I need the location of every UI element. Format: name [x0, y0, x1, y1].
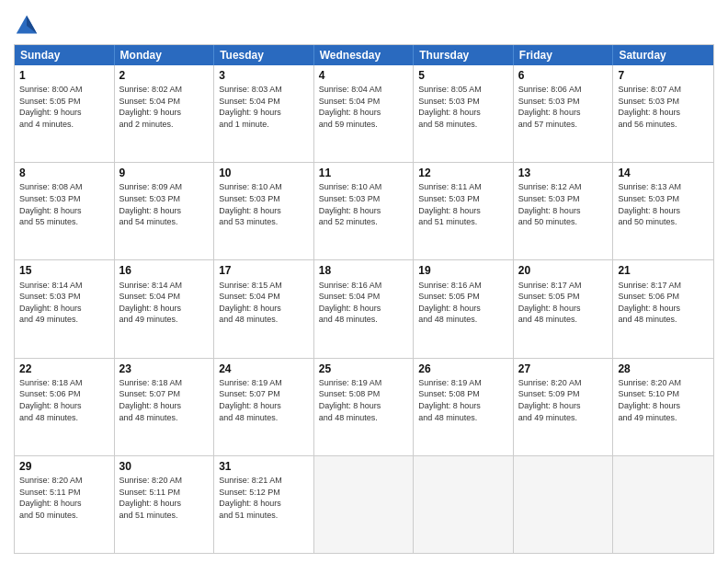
day-details: Sunrise: 8:04 AMSunset: 5:04 PMDaylight:… [319, 84, 409, 130]
day-details: Sunrise: 8:16 AMSunset: 5:05 PMDaylight:… [418, 280, 508, 326]
day-details: Sunrise: 8:20 AMSunset: 5:11 PMDaylight:… [119, 475, 210, 521]
calendar-cell: 5Sunrise: 8:05 AMSunset: 5:03 PMDaylight… [414, 65, 514, 162]
calendar-cell: 31Sunrise: 8:21 AMSunset: 5:12 PMDayligh… [214, 456, 314, 553]
day-number: 19 [418, 263, 508, 278]
calendar-cell: 2Sunrise: 8:02 AMSunset: 5:04 PMDaylight… [115, 65, 215, 162]
day-details: Sunrise: 8:08 AMSunset: 5:03 PMDaylight:… [19, 181, 109, 227]
header-day-thursday: Thursday [414, 45, 514, 65]
day-number: 30 [119, 459, 210, 474]
calendar-cell: 3Sunrise: 8:03 AMSunset: 5:04 PMDaylight… [214, 65, 314, 162]
logo-icon [14, 13, 40, 39]
day-number: 6 [518, 68, 609, 83]
calendar-cell: 23Sunrise: 8:18 AMSunset: 5:07 PMDayligh… [115, 359, 215, 455]
day-number: 10 [219, 166, 309, 180]
day-number: 21 [618, 263, 709, 278]
day-details: Sunrise: 8:05 AMSunset: 5:03 PMDaylight:… [418, 84, 508, 130]
calendar-cell: 8Sunrise: 8:08 AMSunset: 5:03 PMDaylight… [15, 163, 115, 259]
day-number: 28 [618, 362, 709, 376]
day-number: 13 [518, 166, 609, 180]
header-day-sunday: Sunday [15, 45, 115, 65]
header-day-saturday: Saturday [613, 45, 713, 65]
calendar-row-1: 1Sunrise: 8:00 AMSunset: 5:05 PMDaylight… [15, 65, 713, 162]
calendar-cell: 29Sunrise: 8:20 AMSunset: 5:11 PMDayligh… [15, 456, 115, 553]
page: SundayMondayTuesdayWednesdayThursdayFrid… [0, 0, 728, 563]
calendar-cell: 28Sunrise: 8:20 AMSunset: 5:10 PMDayligh… [613, 359, 713, 455]
day-details: Sunrise: 8:13 AMSunset: 5:03 PMDaylight:… [618, 181, 709, 227]
calendar-cell: 24Sunrise: 8:19 AMSunset: 5:07 PMDayligh… [214, 359, 314, 455]
calendar-row-4: 22Sunrise: 8:18 AMSunset: 5:06 PMDayligh… [15, 358, 713, 455]
calendar-row-5: 29Sunrise: 8:20 AMSunset: 5:11 PMDayligh… [15, 455, 713, 553]
day-number: 23 [119, 362, 210, 376]
day-details: Sunrise: 8:17 AMSunset: 5:06 PMDaylight:… [618, 280, 709, 326]
day-number: 12 [418, 166, 508, 180]
day-details: Sunrise: 8:10 AMSunset: 5:03 PMDaylight:… [319, 181, 409, 227]
calendar-cell: 20Sunrise: 8:17 AMSunset: 5:05 PMDayligh… [514, 260, 614, 357]
day-number: 1 [19, 68, 109, 83]
day-details: Sunrise: 8:17 AMSunset: 5:05 PMDaylight:… [518, 280, 609, 326]
day-number: 2 [119, 68, 210, 83]
calendar-cell: 16Sunrise: 8:14 AMSunset: 5:04 PMDayligh… [115, 260, 215, 357]
day-details: Sunrise: 8:16 AMSunset: 5:04 PMDaylight:… [319, 280, 409, 326]
day-number: 31 [219, 459, 309, 474]
day-details: Sunrise: 8:19 AMSunset: 5:08 PMDaylight:… [418, 377, 508, 423]
calendar-cell [314, 456, 415, 553]
day-number: 27 [518, 362, 609, 376]
calendar-cell: 7Sunrise: 8:07 AMSunset: 5:03 PMDaylight… [613, 65, 713, 162]
calendar-cell: 14Sunrise: 8:13 AMSunset: 5:03 PMDayligh… [613, 163, 713, 259]
calendar-cell: 27Sunrise: 8:20 AMSunset: 5:09 PMDayligh… [514, 359, 614, 455]
header-day-wednesday: Wednesday [314, 45, 415, 65]
day-number: 25 [319, 362, 409, 376]
header-day-monday: Monday [115, 45, 215, 65]
day-number: 4 [319, 68, 409, 83]
day-details: Sunrise: 8:15 AMSunset: 5:04 PMDaylight:… [219, 280, 309, 326]
day-details: Sunrise: 8:20 AMSunset: 5:11 PMDaylight:… [19, 475, 109, 521]
day-details: Sunrise: 8:09 AMSunset: 5:03 PMDaylight:… [119, 181, 210, 227]
day-number: 16 [119, 263, 210, 278]
calendar-cell: 18Sunrise: 8:16 AMSunset: 5:04 PMDayligh… [314, 260, 415, 357]
day-details: Sunrise: 8:00 AMSunset: 5:05 PMDaylight:… [19, 84, 109, 130]
calendar-cell: 15Sunrise: 8:14 AMSunset: 5:03 PMDayligh… [15, 260, 115, 357]
calendar-cell: 25Sunrise: 8:19 AMSunset: 5:08 PMDayligh… [314, 359, 415, 455]
day-number: 17 [219, 263, 309, 278]
calendar-row-2: 8Sunrise: 8:08 AMSunset: 5:03 PMDaylight… [15, 162, 713, 259]
day-number: 20 [518, 263, 609, 278]
calendar: SundayMondayTuesdayWednesdayThursdayFrid… [14, 44, 714, 554]
day-number: 7 [618, 68, 709, 83]
day-details: Sunrise: 8:19 AMSunset: 5:08 PMDaylight:… [319, 377, 409, 423]
calendar-cell: 30Sunrise: 8:20 AMSunset: 5:11 PMDayligh… [115, 456, 215, 553]
calendar-cell: 9Sunrise: 8:09 AMSunset: 5:03 PMDaylight… [115, 163, 215, 259]
calendar-cell: 11Sunrise: 8:10 AMSunset: 5:03 PMDayligh… [314, 163, 415, 259]
day-number: 24 [219, 362, 309, 376]
day-details: Sunrise: 8:21 AMSunset: 5:12 PMDaylight:… [219, 475, 309, 521]
calendar-cell: 21Sunrise: 8:17 AMSunset: 5:06 PMDayligh… [613, 260, 713, 357]
day-details: Sunrise: 8:19 AMSunset: 5:07 PMDaylight:… [219, 377, 309, 423]
day-number: 3 [219, 68, 309, 83]
calendar-cell: 22Sunrise: 8:18 AMSunset: 5:06 PMDayligh… [15, 359, 115, 455]
day-details: Sunrise: 8:20 AMSunset: 5:09 PMDaylight:… [518, 377, 609, 423]
calendar-cell [514, 456, 614, 553]
day-number: 8 [19, 166, 109, 180]
day-number: 11 [319, 166, 409, 180]
calendar-row-3: 15Sunrise: 8:14 AMSunset: 5:03 PMDayligh… [15, 259, 713, 357]
calendar-cell: 26Sunrise: 8:19 AMSunset: 5:08 PMDayligh… [414, 359, 514, 455]
calendar-cell [613, 456, 713, 553]
calendar-cell: 1Sunrise: 8:00 AMSunset: 5:05 PMDaylight… [15, 65, 115, 162]
day-number: 15 [19, 263, 109, 278]
calendar-cell: 13Sunrise: 8:12 AMSunset: 5:03 PMDayligh… [514, 163, 614, 259]
day-number: 14 [618, 166, 709, 180]
day-number: 9 [119, 166, 210, 180]
calendar-cell: 6Sunrise: 8:06 AMSunset: 5:03 PMDaylight… [514, 65, 614, 162]
day-number: 26 [418, 362, 508, 376]
calendar-body: 1Sunrise: 8:00 AMSunset: 5:05 PMDaylight… [15, 65, 713, 553]
calendar-cell: 4Sunrise: 8:04 AMSunset: 5:04 PMDaylight… [314, 65, 415, 162]
calendar-header: SundayMondayTuesdayWednesdayThursdayFrid… [15, 45, 713, 65]
header-day-friday: Friday [514, 45, 614, 65]
day-details: Sunrise: 8:11 AMSunset: 5:03 PMDaylight:… [418, 181, 508, 227]
day-details: Sunrise: 8:20 AMSunset: 5:10 PMDaylight:… [618, 377, 709, 423]
day-details: Sunrise: 8:02 AMSunset: 5:04 PMDaylight:… [119, 84, 210, 130]
calendar-cell [414, 456, 514, 553]
day-details: Sunrise: 8:12 AMSunset: 5:03 PMDaylight:… [518, 181, 609, 227]
day-details: Sunrise: 8:06 AMSunset: 5:03 PMDaylight:… [518, 84, 609, 130]
calendar-cell: 10Sunrise: 8:10 AMSunset: 5:03 PMDayligh… [214, 163, 314, 259]
day-details: Sunrise: 8:18 AMSunset: 5:07 PMDaylight:… [119, 377, 210, 423]
